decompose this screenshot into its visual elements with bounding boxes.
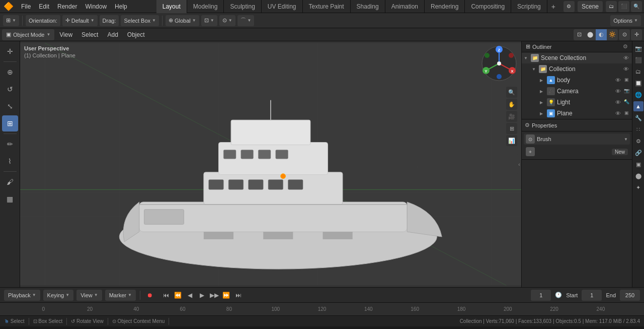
shading-rendered[interactable]: 🔆 bbox=[607, 29, 618, 40]
menu-window[interactable]: Window bbox=[81, 1, 111, 12]
pb-prev-keyframe[interactable]: ⏪ bbox=[173, 290, 184, 301]
start-frame-field[interactable]: 1 bbox=[582, 290, 602, 301]
viewport-frame-btn[interactable]: 📊 bbox=[506, 135, 517, 146]
outliner-item-plane[interactable]: ▶ ▣ Plane 👁 ▣ bbox=[522, 108, 632, 119]
tab-modeling[interactable]: Modeling bbox=[187, 0, 224, 13]
tool-palette[interactable]: ▦ bbox=[2, 191, 18, 207]
outliner-item-body[interactable]: ▶ ▲ body 👁 ▣ bbox=[522, 75, 632, 86]
viewport-canvas[interactable]: User Perspective (1) Collection | Plane … bbox=[20, 41, 521, 287]
viewport-overlay-btn[interactable]: ⊙ bbox=[619, 29, 630, 40]
viewport-gizmo-btn[interactable]: ✛ bbox=[631, 29, 642, 40]
editor-type-btn[interactable]: ⊞ ▼ bbox=[3, 15, 19, 26]
props-scene[interactable]: 🔲 bbox=[633, 78, 643, 88]
pb-next-keyframe[interactable]: ⏩ bbox=[221, 290, 232, 301]
brush-selector[interactable]: ⊙ Brush ▼ bbox=[524, 134, 630, 145]
props-particles[interactable]: ∷ bbox=[633, 124, 643, 135]
outliner-item-collection[interactable]: ▼ 📁 Collection 👁 bbox=[522, 63, 632, 75]
marker-menu[interactable]: Marker ▼ bbox=[105, 290, 136, 301]
viewport-add-menu[interactable]: Add bbox=[103, 29, 122, 40]
scene-collection-eye[interactable]: 👁 bbox=[622, 55, 630, 61]
filter-icon[interactable]: ⚙ bbox=[623, 43, 628, 50]
snap-toggle[interactable]: ⊡ ▼ bbox=[201, 15, 217, 26]
view-menu[interactable]: View ▼ bbox=[76, 290, 102, 301]
tab-texture-paint[interactable]: Texture Paint bbox=[303, 0, 351, 13]
tool-rotate[interactable]: ↺ bbox=[2, 81, 18, 97]
viewport-grid-btn[interactable]: ⊞ bbox=[506, 123, 517, 134]
viewport-zoom-btn[interactable]: 🔍 bbox=[506, 87, 517, 98]
pb-jump-start[interactable]: ⏮ bbox=[160, 290, 172, 301]
body-eye[interactable]: 👁 bbox=[614, 77, 622, 83]
keying-menu[interactable]: Keying ▼ bbox=[43, 290, 74, 301]
navigation-gizmo[interactable]: Z X Y bbox=[481, 45, 517, 82]
viewport-view-menu[interactable]: View bbox=[55, 29, 76, 40]
add-workspace-button[interactable]: + bbox=[547, 0, 559, 13]
props-data[interactable]: ▣ bbox=[633, 159, 643, 169]
options-btn[interactable]: Options ▼ bbox=[610, 15, 641, 26]
tab-rendering[interactable]: Rendering bbox=[425, 0, 465, 13]
tab-shading[interactable]: Shading bbox=[351, 0, 385, 13]
view-layer-btn[interactable]: 🗂 bbox=[606, 1, 617, 12]
viewport-camera-btn[interactable]: 🎥 bbox=[506, 111, 517, 122]
pb-prev-frame[interactable]: ◀ bbox=[185, 290, 196, 301]
mode-selector[interactable]: ▣ Object Mode ▼ bbox=[2, 29, 54, 40]
tool-cursor[interactable]: ✛ bbox=[2, 43, 18, 59]
tab-animation[interactable]: Animation bbox=[385, 0, 425, 13]
props-world[interactable]: 🌐 bbox=[633, 90, 643, 100]
search-btn[interactable]: 🔍 bbox=[631, 1, 642, 12]
extra-transforms[interactable]: ⌒ ▼ bbox=[237, 15, 255, 26]
props-output[interactable]: ⬛ bbox=[633, 55, 643, 65]
viewport-pan-btn[interactable]: ✋ bbox=[506, 99, 517, 110]
engine-selector[interactable]: ⚙ bbox=[564, 1, 575, 12]
tab-uv-editing[interactable]: UV Editing bbox=[262, 0, 303, 13]
pb-play[interactable]: ▶ bbox=[197, 290, 208, 301]
tab-layout[interactable]: Layout bbox=[156, 0, 187, 13]
brush-new-button[interactable]: New bbox=[612, 149, 628, 155]
props-material[interactable]: ⬤ bbox=[633, 171, 643, 181]
plane-eye[interactable]: 👁 bbox=[614, 110, 622, 116]
orientation-selector[interactable]: ✛ Default ▼ bbox=[62, 15, 98, 26]
end-frame-field[interactable]: 250 bbox=[620, 290, 640, 301]
tool-brush[interactable]: 🖌 bbox=[2, 174, 18, 190]
drag-selector[interactable]: Select Box ▼ bbox=[121, 15, 159, 26]
pb-next-frame[interactable]: ▶▶ bbox=[209, 290, 220, 301]
props-view-layer[interactable]: 🗂 bbox=[633, 67, 643, 77]
props-modifier[interactable]: 🔧 bbox=[633, 113, 643, 123]
tool-move[interactable]: ⊕ bbox=[2, 64, 18, 80]
tab-sculpting[interactable]: Sculpting bbox=[224, 0, 261, 13]
props-shader-fx[interactable]: ✦ bbox=[633, 182, 643, 192]
outliner-item-scene-collection[interactable]: ▼ 📁 Scene Collection 👁 bbox=[522, 52, 632, 63]
tool-scale[interactable]: ⤡ bbox=[2, 98, 18, 114]
current-frame-field[interactable]: 1 bbox=[531, 290, 551, 301]
tab-scripting[interactable]: Scripting bbox=[511, 0, 547, 13]
render-props-btn[interactable]: ⬛ bbox=[618, 1, 629, 12]
outliner-item-light[interactable]: ▶ 💡 Light 👁 🔦 bbox=[522, 97, 632, 108]
camera-eye[interactable]: 👁 bbox=[614, 88, 622, 94]
shading-solid[interactable]: ⬤ bbox=[585, 29, 596, 40]
shading-material[interactable]: ◐ bbox=[596, 29, 607, 40]
viewport-object-menu[interactable]: Object bbox=[123, 29, 149, 40]
collection-eye[interactable]: 👁 bbox=[622, 66, 630, 72]
tool-measure[interactable]: ⌇ bbox=[2, 153, 18, 169]
pb-jump-end[interactable]: ⏭ bbox=[233, 290, 244, 301]
scene-name[interactable]: Scene bbox=[578, 1, 603, 12]
tab-compositing[interactable]: Compositing bbox=[465, 0, 511, 13]
proportional-edit[interactable]: ⊙ ▼ bbox=[219, 15, 235, 26]
playback-record[interactable]: ⏺ bbox=[144, 290, 155, 301]
props-constraints[interactable]: 🔗 bbox=[633, 148, 643, 158]
menu-file[interactable]: File bbox=[17, 1, 35, 12]
props-scene-render[interactable]: 📷 bbox=[633, 43, 643, 53]
menu-help[interactable]: Help bbox=[111, 1, 131, 12]
timeline-track[interactable]: 0 20 40 60 80 100 120 140 160 180 200 22… bbox=[0, 302, 644, 315]
tool-transform[interactable]: ⊞ bbox=[2, 115, 18, 131]
transform-selector[interactable]: ⊕ Global ▼ bbox=[166, 15, 199, 26]
playback-menu[interactable]: Playback ▼ bbox=[4, 290, 40, 301]
menu-render[interactable]: Render bbox=[53, 1, 81, 12]
menu-edit[interactable]: Edit bbox=[35, 1, 53, 12]
collapse-panel-btn[interactable]: ‹ bbox=[517, 154, 521, 174]
shading-wireframe[interactable]: ⊡ bbox=[574, 29, 585, 40]
props-physics[interactable]: ⚙ bbox=[633, 136, 643, 146]
light-eye[interactable]: 👁 bbox=[614, 99, 622, 105]
tool-annotate[interactable]: ✏ bbox=[2, 136, 18, 152]
viewport-select-menu[interactable]: Select bbox=[77, 29, 102, 40]
outliner-item-camera[interactable]: ▶ 🎥 Camera 👁 📷 bbox=[522, 86, 632, 97]
